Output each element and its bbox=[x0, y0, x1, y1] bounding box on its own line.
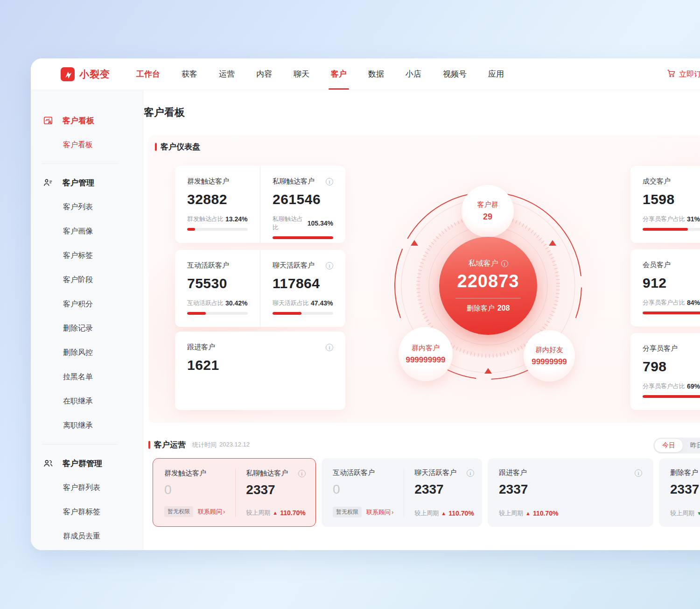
info-icon[interactable]: i bbox=[326, 344, 333, 351]
sidebar-item-member-dedupe[interactable]: 群成员去重 bbox=[31, 524, 144, 548]
info-icon[interactable]: i bbox=[298, 470, 306, 477]
gauge-arrow-right bbox=[549, 240, 556, 246]
down-arrow-icon: ▼ bbox=[697, 510, 700, 516]
page-title: 客户看板 bbox=[144, 106, 185, 120]
gauge-private-customers: 私域客户i 220873 删除客户208 bbox=[439, 237, 537, 335]
dashboard-section-header: 客户仪表盘 bbox=[155, 142, 200, 152]
stat-card-row3: 跟进客户i 1621 bbox=[175, 332, 345, 410]
sidebar-item-blacklist[interactable]: 拉黑名单 bbox=[31, 365, 144, 389]
nav-item-acquisition[interactable]: 获客 bbox=[182, 69, 197, 79]
top-navbar: 小裂变 工作台 获客 运营 内容 聊天 客户 数据 小店 视频号 应用 bbox=[31, 58, 700, 90]
up-arrow-icon: ▲ bbox=[441, 510, 446, 516]
trend-indicator: 较上周期▼ bbox=[670, 509, 700, 517]
date-range-toggle: 今日 昨日 bbox=[653, 438, 700, 453]
sidebar-group-customer-mgmt[interactable]: 客户管理 bbox=[31, 170, 144, 195]
sidebar-item-customer-profile[interactable]: 客户画像 bbox=[31, 219, 144, 243]
contact-advisor-link[interactable]: 联系顾问› bbox=[366, 508, 393, 517]
info-icon[interactable]: i bbox=[635, 469, 642, 477]
dashboard-icon bbox=[42, 115, 54, 126]
nav-item-content[interactable]: 内容 bbox=[256, 69, 272, 79]
gauge-in-group-customers: 群内客户 999999999 bbox=[399, 327, 453, 381]
operations-cards: 群发触达客户 0 暂无权限 联系顾问› 私聊触达客户i 2337 较上周期▲11… bbox=[153, 458, 700, 527]
sidebar-group-dashboard[interactable]: 客户看板 bbox=[31, 108, 144, 133]
gauge-in-group-friends: 群内好友 99999999 bbox=[524, 330, 575, 382]
progress-bar bbox=[187, 228, 248, 231]
stat-mass-reach: 群发触达客户 32882 群发触达占比13.24% bbox=[175, 166, 260, 243]
brand-logo[interactable]: 小裂变 bbox=[61, 67, 110, 81]
progress-bar bbox=[187, 312, 248, 315]
progress-bar bbox=[643, 395, 700, 398]
nav-item-shop[interactable]: 小店 bbox=[406, 69, 421, 79]
sidebar-item-group-tags[interactable]: 客户群标签 bbox=[31, 500, 144, 524]
section-accent-bar bbox=[148, 441, 150, 449]
nav-item-data[interactable]: 数据 bbox=[368, 69, 384, 79]
nav-item-chat[interactable]: 聊天 bbox=[294, 69, 309, 79]
people-icon bbox=[42, 458, 54, 468]
nav-item-workbench[interactable]: 工作台 bbox=[136, 69, 160, 79]
no-permission-badge: 暂无权限 bbox=[164, 506, 193, 517]
sidebar-item-delete-records[interactable]: 删除记录 bbox=[31, 316, 144, 340]
gauge-divider bbox=[455, 298, 521, 298]
trend-indicator: 较上周期▲110.70% bbox=[246, 509, 305, 517]
stat-chat-active: 聊天活跃客户i 117864 聊天活跃占比47.43% bbox=[260, 250, 345, 327]
toggle-yesterday[interactable]: 昨日 bbox=[683, 439, 700, 452]
stat-time: 统计时间 2023.12.12 bbox=[192, 441, 250, 449]
info-icon[interactable]: i bbox=[326, 178, 333, 185]
progress-bar bbox=[643, 312, 700, 314]
sidebar-item-customer-list[interactable]: 客户列表 bbox=[31, 195, 144, 219]
ops-deleted-customers: 删除客户 2337 较上周期▼ bbox=[670, 468, 700, 517]
ops-chat-active: 聊天活跃客户i 2337 较上周期▲110.70% bbox=[404, 468, 474, 517]
cart-icon bbox=[666, 69, 676, 80]
info-icon[interactable]: i bbox=[501, 260, 508, 267]
subscribe-button[interactable]: 立即订购 bbox=[666, 58, 700, 90]
nav-item-apps[interactable]: 应用 bbox=[488, 69, 504, 79]
sidebar-item-group-list[interactable]: 客户群列表 bbox=[31, 475, 144, 500]
nav-item-operation[interactable]: 运营 bbox=[219, 69, 235, 79]
sidebar: 客户看板 客户看板 客户管理 客户列表 客户画像 bbox=[31, 90, 144, 550]
desktop-background: 小裂变 工作台 获客 运营 内容 聊天 客户 数据 小店 视频号 应用 bbox=[0, 0, 700, 609]
sidebar-item-delete-risk[interactable]: 删除风控 bbox=[31, 340, 144, 365]
contact-advisor-link[interactable]: 联系顾问› bbox=[198, 508, 225, 516]
customer-dashboard-panel: 客户仪表盘 群发触达客户 32882 群发触达占比13.24% 私聊触达客户i … bbox=[148, 135, 700, 423]
person-list-icon bbox=[42, 177, 54, 188]
progress-bar bbox=[273, 312, 333, 315]
stat-follow-up: 跟进客户i 1621 bbox=[175, 332, 345, 410]
ops-card-follow-up: 跟进客户i 2337 较上周期▲110.70% bbox=[488, 458, 653, 527]
stat-interactive-active: 互动活跃客户 75530 互动活跃占比30.42% bbox=[175, 250, 260, 327]
sidebar-item-offjob-transfer[interactable]: 离职继承 bbox=[31, 413, 144, 438]
sidebar-item-customer-tags[interactable]: 客户标签 bbox=[31, 243, 144, 268]
up-arrow-icon: ▲ bbox=[525, 510, 531, 516]
chevron-right-icon: › bbox=[392, 509, 393, 516]
progress-bar bbox=[643, 228, 700, 231]
ops-private-chat-reach: 私聊触达客户i 2337 较上周期▲110.70% bbox=[235, 469, 305, 517]
ops-card-active: 互动活跃客户 0 暂无权限 联系顾问› 聊天活跃客户i 2337 较上周期▲11… bbox=[322, 458, 482, 527]
no-permission-badge: 暂无权限 bbox=[333, 507, 362, 517]
ops-mass-reach: 群发触达客户 0 暂无权限 联系顾问› bbox=[164, 469, 225, 517]
trend-indicator: 较上周期▲110.70% bbox=[499, 509, 558, 517]
sidebar-divider bbox=[42, 163, 118, 164]
sidebar-item-onjob-transfer[interactable]: 在职继承 bbox=[31, 389, 144, 413]
ops-card-deleted: 删除客户 2337 较上周期▼ bbox=[659, 458, 700, 527]
info-icon[interactable]: i bbox=[467, 469, 474, 477]
main-content: 客户看板 客户仪表盘 群发触达客户 32882 群发触达占比13.24% bbox=[144, 90, 700, 550]
toggle-today[interactable]: 今日 bbox=[655, 439, 683, 452]
ops-interactive-active: 互动活跃客户 0 暂无权限 联系顾问› bbox=[333, 468, 393, 517]
sidebar-item-customer-points[interactable]: 客户积分 bbox=[31, 292, 144, 316]
sidebar-group-group-mgmt[interactable]: 客户群管理 bbox=[31, 451, 144, 475]
lightning-logo-icon bbox=[61, 67, 75, 81]
stat-card-row1: 群发触达客户 32882 群发触达占比13.24% 私聊触达客户i 261546… bbox=[175, 166, 345, 243]
up-arrow-icon: ▲ bbox=[273, 510, 278, 516]
sidebar-item-customer-stage[interactable]: 客户阶段 bbox=[31, 268, 144, 292]
gauge-arrow-bottom bbox=[484, 368, 492, 374]
section-accent-bar bbox=[155, 143, 157, 151]
info-icon[interactable]: i bbox=[326, 262, 333, 269]
sidebar-item-dashboard[interactable]: 客户看板 bbox=[31, 133, 144, 157]
stat-card-deal-customers: 成交客户 1598 分享员客户占比31% bbox=[630, 166, 700, 243]
app-window: 小裂变 工作台 获客 运营 内容 聊天 客户 数据 小店 视频号 应用 bbox=[31, 58, 700, 550]
chevron-right-icon: › bbox=[223, 508, 225, 515]
nav-item-customer[interactable]: 客户 bbox=[331, 69, 347, 79]
gauge-arrow-left bbox=[411, 240, 418, 246]
stat-card-sharer-customers: 分享员客户 798 分享员客户占比69% bbox=[630, 333, 700, 410]
gauge-customer-groups: 客户群 29 bbox=[462, 185, 514, 237]
nav-item-video[interactable]: 视频号 bbox=[443, 69, 467, 79]
